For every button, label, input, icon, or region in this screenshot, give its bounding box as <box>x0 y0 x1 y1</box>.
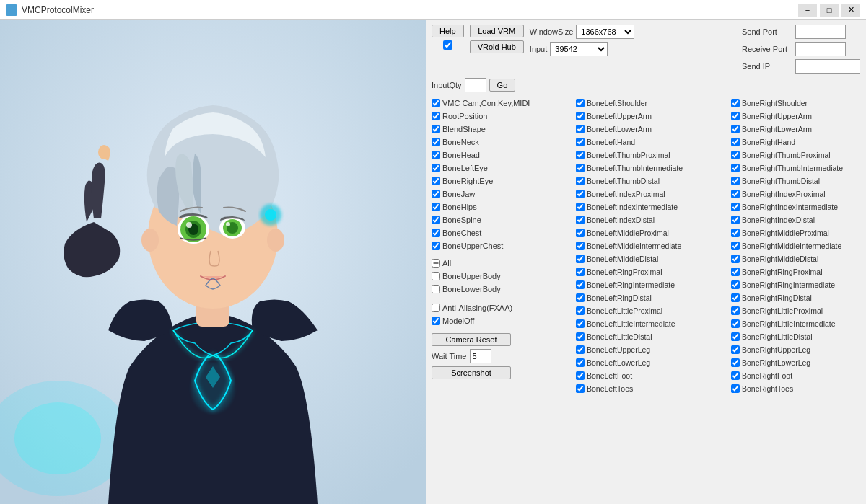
list-item: BoneRightIndexDistal <box>731 213 866 226</box>
load-vrm-button[interactable]: Load VRM <box>470 25 524 37</box>
bone-checkbox[interactable] <box>731 306 740 315</box>
help-button[interactable]: Help <box>432 25 464 37</box>
bone-checkbox[interactable] <box>731 164 740 172</box>
bone-checkbox[interactable] <box>731 384 740 393</box>
bone-checkbox[interactable] <box>576 332 585 341</box>
bone-checkbox[interactable] <box>576 229 585 237</box>
bone-checkbox[interactable] <box>576 99 585 107</box>
receive-port-input[interactable]: 39542 <box>795 42 846 56</box>
bone-checkbox[interactable] <box>576 255 585 263</box>
bone-checkbox[interactable] <box>432 203 440 211</box>
bone-checkbox[interactable] <box>432 229 440 237</box>
checkbox-area: VMC Cam,Con,Key,MIDIRootPositionBlendSha… <box>432 97 860 395</box>
vroid-hub-button[interactable]: VRoid Hub <box>470 40 524 53</box>
bone-checkbox[interactable] <box>432 112 440 120</box>
bone-checkbox[interactable] <box>731 371 740 380</box>
bone-checkbox[interactable] <box>731 332 740 341</box>
bone-checkbox[interactable] <box>576 242 585 250</box>
list-item: BoneLeftMiddleIntermediate <box>576 239 731 252</box>
bone-checkbox[interactable] <box>731 268 740 276</box>
send-port-input[interactable]: 39541 <box>795 25 846 39</box>
list-item: BoneRightUpperArm <box>731 110 866 123</box>
bone-checkbox[interactable] <box>731 125 740 133</box>
bone-checkbox[interactable] <box>432 99 440 107</box>
bone-label: BoneRightThumbIntermediate <box>742 164 843 172</box>
send-ip-input[interactable]: 127.0.0.1 <box>795 59 860 74</box>
bone-checkbox[interactable] <box>576 216 585 224</box>
bone-checkbox[interactable] <box>432 272 440 280</box>
svg-point-19 <box>191 363 235 413</box>
bone-checkbox[interactable] <box>576 177 585 185</box>
bone-checkbox[interactable] <box>576 164 585 172</box>
help-checkbox[interactable] <box>443 40 452 50</box>
list-item: BoneLeftRingIntermediate <box>576 278 731 291</box>
camera-reset-button[interactable]: Camera Reset <box>432 333 511 346</box>
port-section: Send Port 39541 Receive Port 39542 Send … <box>742 25 860 74</box>
bone-checkbox[interactable] <box>731 319 740 328</box>
window-size-select[interactable]: 1366x768 1280x720 1920x1080 <box>576 25 634 39</box>
bone-label: BoneRightEye <box>442 177 493 185</box>
bone-checkbox[interactable] <box>731 255 740 263</box>
bone-checkbox[interactable] <box>731 151 740 159</box>
bone-checkbox[interactable] <box>432 125 440 133</box>
bone-checkbox[interactable] <box>432 216 440 224</box>
bone-checkbox[interactable] <box>576 280 585 289</box>
bone-checkbox[interactable] <box>432 242 440 250</box>
bone-checkbox[interactable] <box>731 138 740 146</box>
bone-checkbox[interactable] <box>731 229 740 237</box>
screenshot-button[interactable]: Screenshot <box>432 366 511 379</box>
bone-checkbox[interactable] <box>432 285 440 293</box>
bone-checkbox[interactable] <box>432 138 440 146</box>
bone-checkbox[interactable] <box>576 112 585 120</box>
bone-checkbox[interactable] <box>432 164 440 172</box>
option-checkbox[interactable] <box>432 304 440 312</box>
input-qty-input[interactable]: 3 <box>465 78 486 92</box>
go-button[interactable]: Go <box>489 79 516 92</box>
bone-checkbox[interactable] <box>731 293 740 302</box>
bone-checkbox[interactable] <box>731 177 740 185</box>
wait-time-input[interactable] <box>470 349 491 363</box>
close-button[interactable]: ✕ <box>841 4 860 17</box>
input-select[interactable]: 39542 <box>550 42 608 56</box>
bone-checkbox[interactable] <box>576 203 585 211</box>
bone-label: BoneLeftRingIntermediate <box>587 280 675 289</box>
bone-checkbox[interactable] <box>576 384 585 393</box>
bone-checkbox[interactable] <box>731 280 740 289</box>
list-item: BoneUpperBody <box>432 270 576 283</box>
controls-panel: Help Load VRM VRoid Hub WindowSize 1366x… <box>426 20 866 504</box>
bone-checkbox[interactable] <box>432 190 440 198</box>
bone-checkbox[interactable] <box>576 358 585 367</box>
bone-checkbox[interactable] <box>731 112 740 120</box>
bone-checkbox[interactable] <box>576 268 585 276</box>
option-checkbox[interactable] <box>432 317 440 325</box>
receive-port-row: Receive Port 39542 <box>742 42 860 56</box>
bone-checkbox[interactable] <box>432 177 440 185</box>
bone-label: BoneHead <box>442 151 480 159</box>
minimize-button[interactable]: − <box>798 4 817 17</box>
bone-checkbox[interactable] <box>576 138 585 146</box>
bone-checkbox[interactable] <box>576 319 585 328</box>
bone-checkbox[interactable] <box>432 259 440 268</box>
bone-checkbox[interactable] <box>576 190 585 198</box>
bone-checkbox[interactable] <box>731 345 740 354</box>
bone-checkbox[interactable] <box>731 242 740 250</box>
bone-checkbox[interactable] <box>576 125 585 133</box>
bone-checkbox[interactable] <box>576 151 585 159</box>
bone-checkbox[interactable] <box>576 345 585 354</box>
bone-checkbox[interactable] <box>731 99 740 107</box>
send-port-row: Send Port 39541 <box>742 25 860 39</box>
list-item: BoneChest <box>432 226 576 239</box>
svg-point-2 <box>14 402 101 474</box>
bone-checkbox[interactable] <box>731 190 740 198</box>
list-item: VMC Cam,Con,Key,MIDI <box>432 97 576 110</box>
title-bar: VMCProtocolMixer − □ ✕ <box>0 0 866 20</box>
bone-checkbox[interactable] <box>576 293 585 302</box>
bone-checkbox[interactable] <box>432 151 440 159</box>
bone-checkbox[interactable] <box>731 216 740 224</box>
bone-checkbox[interactable] <box>576 306 585 315</box>
bone-checkbox[interactable] <box>731 358 740 367</box>
maximize-button[interactable]: □ <box>820 4 839 17</box>
bone-checkbox[interactable] <box>576 371 585 380</box>
list-item: BoneRightLittleIntermediate <box>731 317 866 330</box>
bone-checkbox[interactable] <box>731 203 740 211</box>
